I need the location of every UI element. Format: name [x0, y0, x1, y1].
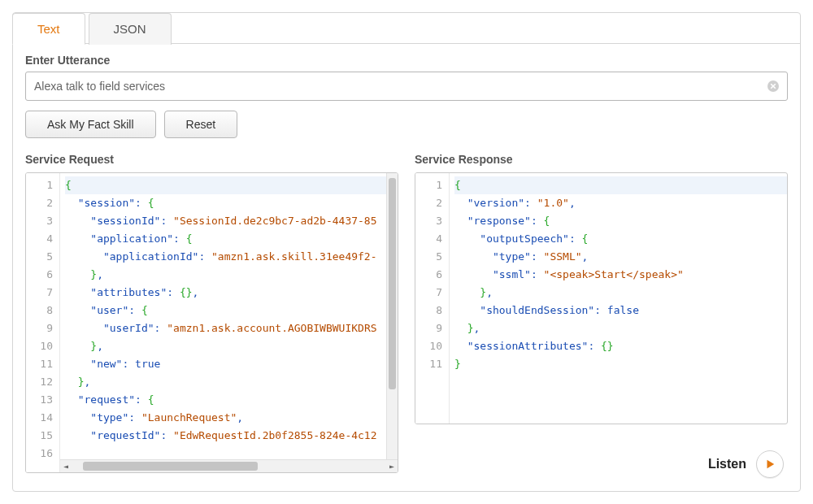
response-code[interactable]: { "version": "1.0", "response": { "outpu… [450, 173, 787, 424]
request-scrollbar-horizontal[interactable]: ◄ ► [60, 459, 398, 472]
request-scrollbar-vertical[interactable] [386, 173, 398, 472]
response-header: Service Response [415, 153, 788, 166]
clear-icon[interactable] [767, 80, 780, 93]
reset-button[interactable]: Reset [164, 111, 238, 138]
tab-content: Enter Utterance Ask My Fact Skill Reset … [13, 43, 800, 485]
test-panel: Text JSON Enter Utterance Ask My Fact Sk… [12, 12, 801, 492]
play-button[interactable] [756, 450, 784, 478]
scroll-left-icon[interactable]: ◄ [60, 462, 72, 471]
tab-bar: Text JSON [12, 12, 800, 44]
tab-json[interactable]: JSON [89, 13, 172, 45]
listen-row: Listen [708, 450, 784, 478]
ask-skill-button[interactable]: Ask My Fact Skill [25, 111, 156, 138]
request-editor[interactable]: 12345678910111213141516 { "session": { "… [25, 172, 398, 473]
request-code[interactable]: { "session": { "sessionId": "SessionId.d… [60, 173, 386, 472]
request-gutter: 12345678910111213141516 [26, 173, 60, 472]
request-scroll-thumb[interactable] [389, 178, 396, 389]
utterance-input[interactable] [25, 72, 788, 101]
response-editor[interactable]: 1234567891011 { "version": "1.0", "respo… [415, 172, 788, 424]
tab-text[interactable]: Text [12, 13, 85, 45]
utterance-label: Enter Utterance [25, 54, 788, 67]
listen-label: Listen [708, 457, 746, 471]
scroll-right-icon[interactable]: ► [386, 462, 398, 471]
request-header: Service Request [25, 153, 398, 166]
response-gutter: 1234567891011 [415, 173, 450, 424]
request-hscroll-thumb[interactable] [83, 462, 258, 471]
